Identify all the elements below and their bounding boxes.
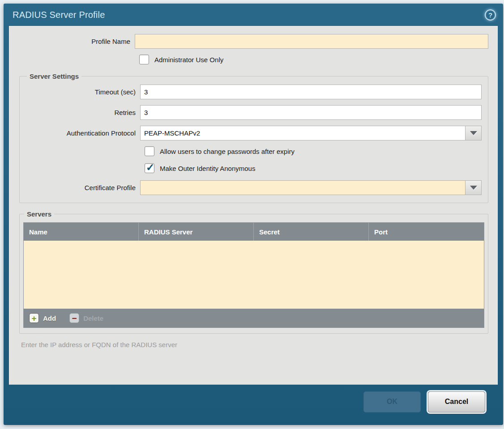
retries-input[interactable] (140, 105, 482, 120)
allow-password-change-label: Allow users to change passwords after ex… (160, 148, 295, 155)
ok-button[interactable]: OK (363, 391, 421, 412)
auth-protocol-label: Authentication Protocol (26, 129, 140, 137)
server-settings-legend: Server Settings (27, 72, 81, 80)
column-header[interactable]: Name (24, 223, 139, 241)
add-server-button[interactable]: + Add (29, 313, 56, 323)
profile-name-label: Profile Name (15, 38, 135, 45)
outer-identity-label: Make Outer Identity Anonymous (160, 165, 255, 172)
auth-protocol-row: Authentication Protocol PEAP-MSCHAPv2 (26, 126, 482, 140)
servers-legend: Servers (24, 210, 54, 218)
certificate-profile-row: Certificate Profile (26, 180, 482, 195)
auth-protocol-value: PEAP-MSCHAPv2 (140, 126, 465, 140)
column-header[interactable]: RADIUS Server (139, 223, 254, 241)
radius-server-profile-dialog: RADIUS Server Profile ? Profile Name Adm… (4, 4, 503, 425)
servers-table-header: Name RADIUS Server Secret Port (24, 223, 484, 241)
plus-icon: + (29, 313, 39, 323)
dialog-titlebar: RADIUS Server Profile ? (4, 4, 503, 26)
minus-icon: − (69, 313, 79, 323)
dialog-title: RADIUS Server Profile (13, 10, 105, 20)
outer-identity-row: Make Outer Identity Anonymous (145, 163, 482, 173)
radius-server-hint-text: Enter the IP address or FQDN of the RADI… (21, 341, 488, 348)
certificate-profile-value (140, 180, 465, 195)
timeout-label: Timeout (sec) (26, 88, 140, 96)
timeout-input[interactable] (140, 85, 482, 99)
chevron-down-icon (470, 186, 477, 190)
server-settings-group: Server Settings Timeout (sec) Retries Au… (19, 72, 488, 203)
outer-identity-checkbox[interactable] (145, 163, 154, 173)
delete-server-button[interactable]: − Delete (69, 313, 103, 323)
certificate-profile-dropdown[interactable] (140, 180, 482, 195)
certificate-profile-dropdown-button[interactable] (465, 180, 482, 195)
profile-name-row: Profile Name (15, 34, 488, 49)
dialog-footer: OK Cancel (4, 385, 503, 425)
help-icon[interactable]: ? (485, 9, 496, 21)
retries-row: Retries (26, 105, 482, 120)
servers-table-body (24, 241, 484, 309)
servers-table-toolbar: + Add − Delete (24, 309, 484, 327)
auth-protocol-dropdown-button[interactable] (465, 126, 482, 140)
column-header[interactable]: Port (369, 223, 484, 241)
allow-password-change-row: Allow users to change passwords after ex… (145, 146, 482, 156)
admin-only-checkbox[interactable] (139, 55, 149, 64)
servers-group: Servers Name RADIUS Server Secret Port (19, 210, 488, 334)
admin-only-label: Administrator Use Only (154, 56, 223, 64)
retries-label: Retries (26, 109, 140, 116)
add-button-label: Add (43, 314, 56, 322)
admin-only-row: Administrator Use Only (139, 55, 488, 64)
allow-password-change-checkbox[interactable] (145, 146, 154, 156)
column-header[interactable]: Secret (254, 223, 369, 241)
delete-button-label: Delete (83, 314, 103, 322)
dialog-body: Profile Name Administrator Use Only Serv… (9, 26, 498, 385)
auth-protocol-dropdown[interactable]: PEAP-MSCHAPv2 (140, 126, 482, 140)
timeout-row: Timeout (sec) (26, 85, 482, 99)
servers-table: Name RADIUS Server Secret Port + Add (23, 222, 484, 328)
cancel-button[interactable]: Cancel (428, 391, 485, 412)
certificate-profile-label: Certificate Profile (26, 184, 140, 191)
profile-name-input[interactable] (135, 34, 488, 49)
chevron-down-icon (470, 131, 477, 135)
